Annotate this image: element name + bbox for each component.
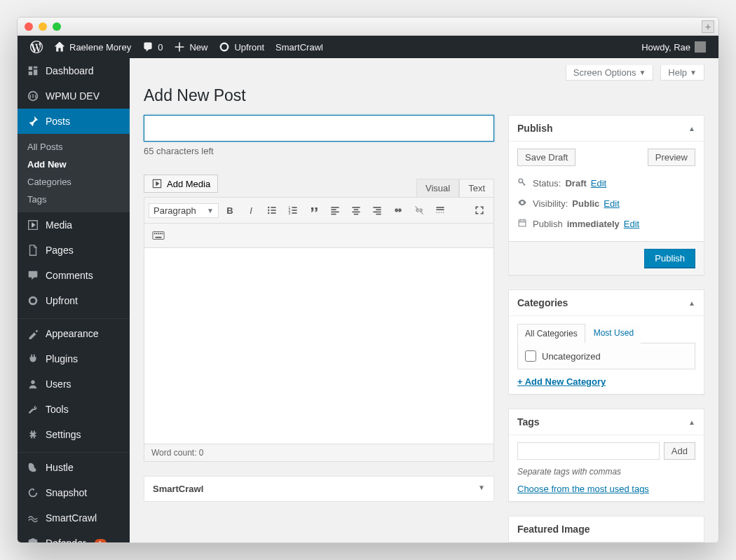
toolbar-italic-button[interactable]: I: [241, 200, 261, 220]
svg-rect-15: [331, 209, 336, 210]
new-label: New: [189, 42, 207, 53]
screen-options-button[interactable]: Screen Options ▼: [566, 65, 654, 81]
smartcrawl-menu[interactable]: SmartCrawl: [270, 36, 329, 58]
add-new-category-link[interactable]: + Add New Category: [517, 376, 606, 387]
smartcrawl-icon: [27, 512, 39, 524]
svg-rect-11: [292, 210, 297, 211]
submenu-categories[interactable]: Categories: [18, 173, 130, 191]
mac-close-button[interactable]: [25, 22, 33, 31]
category-uncategorized[interactable]: Uncategorized: [525, 350, 688, 362]
svg-rect-16: [331, 212, 339, 213]
sidebar-item-wpmudev[interactable]: WPMU DEV: [18, 83, 130, 109]
wp-logo-menu[interactable]: [25, 36, 48, 58]
toolbar-more-button[interactable]: [430, 200, 450, 220]
toolbar-align-right-button[interactable]: [367, 200, 387, 220]
calendar-icon: [517, 218, 527, 228]
featured-image-toggle[interactable]: Featured Image: [509, 517, 704, 542]
svg-point-4: [268, 210, 269, 211]
comments-menu[interactable]: 0: [137, 36, 168, 58]
toolbar-align-left-button[interactable]: [325, 200, 345, 220]
editor-tab-visual[interactable]: Visual: [416, 179, 459, 197]
toolbar-unlink-button[interactable]: [409, 200, 429, 220]
chevron-down-icon: ▼: [639, 69, 646, 76]
new-content-menu[interactable]: New: [168, 36, 213, 58]
toolbar-ol-button[interactable]: 123: [283, 200, 303, 220]
submenu-tags[interactable]: Tags: [18, 191, 130, 208]
submenu-all-posts[interactable]: All Posts: [18, 138, 130, 156]
category-checkbox[interactable]: [525, 350, 536, 362]
svg-rect-28: [153, 232, 164, 240]
edit-schedule-link[interactable]: Edit: [624, 219, 639, 229]
upfront-menu[interactable]: Upfront: [213, 36, 270, 58]
help-button[interactable]: Help ▼: [660, 65, 704, 81]
publish-toggle[interactable]: Publish▲: [509, 116, 704, 142]
chevron-up-icon: ▲: [688, 125, 695, 132]
editor-tab-text[interactable]: Text: [459, 179, 494, 197]
home-icon: [54, 41, 65, 53]
save-draft-button[interactable]: Save Draft: [517, 149, 575, 166]
editor-canvas[interactable]: [144, 248, 494, 444]
chevron-down-icon: ▼: [207, 207, 214, 214]
toolbar-quote-button[interactable]: [304, 200, 324, 220]
site-name-menu[interactable]: Raelene Morey: [48, 36, 137, 58]
account-menu[interactable]: Howdy, Rae: [636, 36, 711, 58]
toolbar-link-button[interactable]: [388, 200, 408, 220]
mac-minimize-button[interactable]: [39, 22, 47, 31]
edit-status-link[interactable]: Edit: [591, 178, 606, 189]
post-title-input[interactable]: [144, 115, 494, 142]
visibility-row: Visibility: Public Edit: [517, 193, 695, 214]
sidebar-item-defender[interactable]: Defender1: [18, 531, 130, 542]
sidebar-label: Posts: [46, 116, 70, 127]
categories-toggle[interactable]: Categories▲: [509, 290, 704, 316]
categories-tab-most-used[interactable]: Most Used: [585, 324, 641, 343]
defender-icon: [27, 537, 39, 542]
svg-rect-34: [156, 237, 162, 238]
choose-tags-link[interactable]: Choose from the most used tags: [517, 484, 649, 494]
sidebar-item-pages[interactable]: Pages: [18, 238, 130, 263]
tools-icon: [27, 403, 39, 416]
mac-zoom-button[interactable]: [53, 22, 61, 31]
submenu-add-new[interactable]: Add New: [18, 156, 130, 173]
toolbar-align-center-button[interactable]: [346, 200, 366, 220]
sidebar-item-hustle[interactable]: Hustle: [18, 455, 130, 480]
sidebar-item-tools[interactable]: Tools: [18, 397, 130, 422]
format-select[interactable]: Paragraph▼: [149, 203, 219, 218]
add-media-button[interactable]: Add Media: [144, 175, 218, 193]
dashboard-icon: [27, 64, 39, 77]
svg-rect-5: [271, 210, 275, 211]
sidebar-item-snapshot[interactable]: Snapshot: [18, 480, 130, 505]
sidebar-item-users[interactable]: Users: [18, 371, 130, 397]
svg-point-1: [31, 381, 34, 384]
sidebar-label: Plugins: [46, 353, 78, 364]
mac-title-bar: +: [18, 18, 718, 36]
sidebar-item-settings[interactable]: Settings: [18, 422, 130, 447]
publish-button[interactable]: Publish: [644, 249, 695, 268]
toolbar-kitchen-sink-button[interactable]: [149, 226, 168, 245]
sidebar-item-plugins[interactable]: Plugins: [18, 346, 130, 371]
sidebar-item-posts[interactable]: Posts: [18, 109, 130, 134]
tags-box: Tags▲ Add Separate tags with commas Choo…: [508, 409, 704, 502]
update-badge: 1: [95, 539, 107, 542]
quote-icon: [308, 205, 320, 216]
add-tag-button[interactable]: Add: [664, 442, 695, 460]
tags-input[interactable]: [517, 442, 660, 460]
svg-point-2: [268, 207, 269, 208]
toolbar-fullscreen-button[interactable]: [470, 200, 489, 220]
sidebar-item-dashboard[interactable]: Dashboard: [18, 58, 130, 83]
sidebar-item-appearance[interactable]: Appearance: [18, 321, 130, 346]
preview-button[interactable]: Preview: [648, 149, 695, 166]
sidebar-item-comments[interactable]: Comments: [18, 263, 130, 288]
sidebar-item-smartcrawl[interactable]: SmartCrawl: [18, 505, 130, 531]
snapshot-icon: [27, 486, 39, 499]
svg-rect-23: [376, 209, 381, 210]
mac-new-tab-button[interactable]: +: [702, 20, 714, 33]
sidebar-item-upfront[interactable]: Upfront: [18, 288, 130, 313]
page-title: Add New Post: [144, 86, 704, 105]
sidebar-item-media[interactable]: Media: [18, 212, 130, 238]
edit-visibility-link[interactable]: Edit: [604, 198, 619, 209]
toolbar-ul-button[interactable]: [262, 200, 282, 220]
categories-tab-all[interactable]: All Categories: [517, 324, 585, 343]
smartcrawl-toggle[interactable]: SmartCrawl ▼: [144, 477, 493, 501]
tags-toggle[interactable]: Tags▲: [509, 409, 704, 435]
toolbar-bold-button[interactable]: B: [220, 200, 240, 220]
